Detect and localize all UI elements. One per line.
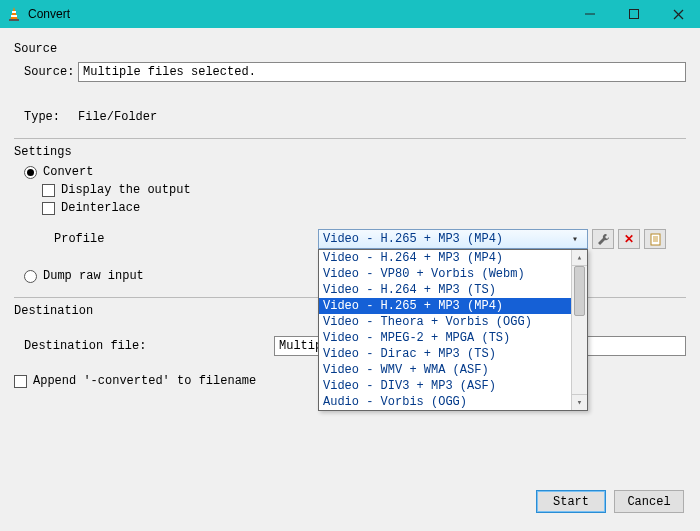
svg-rect-5 (630, 10, 639, 19)
minimize-button[interactable] (568, 0, 612, 28)
maximize-button[interactable] (612, 0, 656, 28)
start-button[interactable]: Start (536, 490, 606, 513)
profile-option[interactable]: Video - DIV3 + MP3 (ASF) (319, 378, 571, 394)
vlc-icon (6, 6, 22, 22)
close-button[interactable] (656, 0, 700, 28)
deinterlace-checkbox[interactable] (42, 202, 55, 215)
source-section-label: Source (14, 42, 686, 56)
profile-label: Profile (54, 232, 314, 246)
profile-option[interactable]: Audio - Vorbis (OGG) (319, 394, 571, 410)
divider (14, 138, 686, 139)
display-output-label: Display the output (61, 183, 191, 197)
profile-option[interactable]: Video - VP80 + Vorbis (Webm) (319, 266, 571, 282)
new-profile-icon (649, 233, 662, 246)
profile-option-selected[interactable]: Video - H.265 + MP3 (MP4) (319, 298, 571, 314)
type-value: File/Folder (78, 110, 157, 124)
wrench-icon (597, 233, 610, 246)
window-titlebar: Convert (0, 0, 700, 28)
chevron-down-icon: ▾ (567, 233, 583, 245)
convert-radio[interactable] (24, 166, 37, 179)
profile-combobox[interactable]: Video - H.265 + MP3 (MP4) ▾ Video - H.26… (318, 229, 588, 249)
cancel-button[interactable]: Cancel (614, 490, 684, 513)
destination-file-label: Destination file: (24, 339, 274, 353)
dropdown-scrollbar[interactable]: ▴ ▾ (571, 250, 587, 410)
profile-option[interactable]: Video - Dirac + MP3 (TS) (319, 346, 571, 362)
source-input[interactable] (78, 62, 686, 82)
window-title: Convert (28, 7, 70, 21)
profile-option[interactable]: Video - Theora + Vorbis (OGG) (319, 314, 571, 330)
edit-profile-button[interactable] (592, 229, 614, 249)
display-output-checkbox[interactable] (42, 184, 55, 197)
scroll-up-icon[interactable]: ▴ (572, 250, 587, 266)
new-profile-button[interactable] (644, 229, 666, 249)
profile-selected-value: Video - H.265 + MP3 (MP4) (323, 232, 503, 246)
profile-option[interactable]: Video - H.264 + MP3 (TS) (319, 282, 571, 298)
delete-icon: ✕ (624, 232, 634, 246)
profile-dropdown[interactable]: Video - H.264 + MP3 (MP4) Video - VP80 +… (318, 249, 588, 411)
scroll-down-icon[interactable]: ▾ (572, 394, 587, 410)
convert-radio-label: Convert (43, 165, 93, 179)
profile-option[interactable]: Video - WMV + WMA (ASF) (319, 362, 571, 378)
dump-raw-radio[interactable] (24, 270, 37, 283)
dump-raw-label: Dump raw input (43, 269, 144, 283)
settings-section-label: Settings (14, 145, 686, 159)
deinterlace-label: Deinterlace (61, 201, 140, 215)
type-label: Type: (24, 110, 78, 124)
delete-profile-button[interactable]: ✕ (618, 229, 640, 249)
source-label: Source: (24, 65, 78, 79)
profile-option[interactable]: Video - H.264 + MP3 (MP4) (319, 250, 571, 266)
profile-option[interactable]: Video - MPEG-2 + MPGA (TS) (319, 330, 571, 346)
append-converted-label: Append '-converted' to filename (33, 374, 256, 388)
svg-rect-3 (9, 19, 19, 21)
svg-rect-2 (11, 15, 17, 17)
scroll-thumb[interactable] (574, 266, 585, 316)
svg-rect-1 (12, 11, 16, 13)
append-converted-checkbox[interactable] (14, 375, 27, 388)
